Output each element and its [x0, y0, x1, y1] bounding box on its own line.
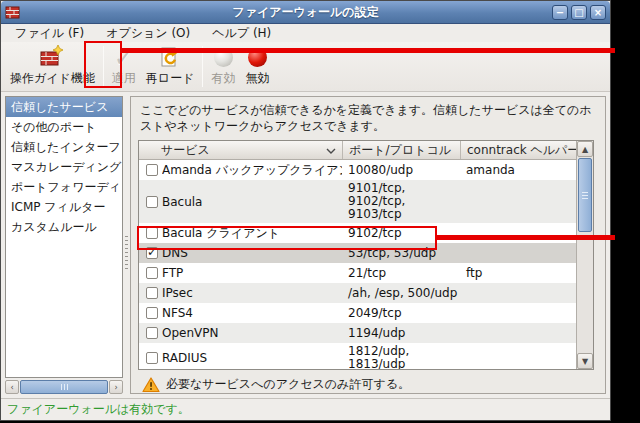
menu-item[interactable]: ファイル (F) — [9, 24, 90, 43]
window-title: ファイアーウォールの設定 — [1, 4, 610, 21]
sidebar-item[interactable]: 信頼したインターフェイ — [6, 137, 122, 157]
pane-resize-handle[interactable] — [123, 96, 130, 394]
conntrack-helper-cell: amanda — [460, 163, 576, 177]
table-row[interactable]: FTP 21/tcp ftp — [139, 263, 576, 283]
close-button[interactable]: × — [590, 5, 606, 20]
annotation-box-dns-row — [137, 226, 437, 250]
column-header-ports[interactable]: ポート/プロトコル — [342, 141, 460, 159]
scrollbar-thumb[interactable] — [20, 380, 108, 394]
sidebar-item[interactable]: ICMP フィルター — [6, 197, 122, 217]
screenshot-root: ファイアーウォールの設定 − □ × ファイル (F) オプション (O) ヘル… — [0, 0, 640, 423]
table-row[interactable]: NFS4 2049/tcp — [139, 303, 576, 323]
table-row[interactable]: Amanda バックアップクライアント 10080/udp amanda — [139, 160, 576, 180]
table-header: サービス ポート/プロトコル conntrack ヘルパー — [139, 141, 576, 160]
reload-button-label: 再ロード — [146, 70, 195, 87]
scroll-right-icon[interactable]: › — [109, 380, 123, 394]
minimize-button[interactable]: − — [552, 5, 568, 20]
service-name-cell: OpenVPN — [162, 326, 342, 340]
services-table: サービス ポート/プロトコル conntrack ヘルパー — [138, 140, 594, 370]
annotation-box-apply — [84, 41, 122, 88]
sidebar-item[interactable]: マスカレーディング — [6, 157, 122, 177]
scrollbar-track[interactable] — [578, 158, 592, 352]
service-name-cell: IPsec — [162, 286, 342, 300]
scroll-up-icon[interactable]: ▲ — [577, 141, 593, 157]
service-name-cell: RADIUS — [162, 351, 342, 365]
titlebar[interactable]: ファイアーウォールの設定 − □ × — [1, 1, 610, 24]
ports-cell: 1812/udp, 1813/udp — [342, 343, 460, 369]
panel-description: ここでどのサービスが信頼できるかを定義できます。信頼したサービスは全てのホストや… — [140, 102, 598, 134]
scroll-down-icon[interactable]: ▼ — [577, 353, 593, 369]
table-row[interactable]: IPsec /ah, /esp, 500/udp — [139, 283, 576, 303]
sidebar-list: 信頼したサービス その他のポート 信頼したインターフェイ マスカレーディング ポ… — [5, 96, 123, 378]
firewall-wizard-icon — [39, 44, 65, 70]
conntrack-helper-cell: ftp — [460, 266, 576, 280]
enable-button-label: 有効 — [211, 70, 235, 87]
sidebar-item[interactable]: その他のポート — [6, 117, 122, 137]
statusbar: ファイアーウォールは有効です。 — [1, 398, 610, 420]
wizard-button-label: 操作ガイド機能 — [10, 70, 95, 87]
table-row[interactable]: OpenVPN 1194/udp — [139, 323, 576, 343]
service-checkbox[interactable] — [146, 196, 158, 208]
warning-text: 必要なサービスへのアクセスのみ許可する。 — [166, 376, 410, 393]
sidebar-item[interactable]: カスタムルール — [6, 217, 122, 237]
ports-cell: /ah, /esp, 500/udp — [342, 285, 460, 302]
table-vertical-scrollbar[interactable]: ▲ ▼ — [576, 141, 593, 369]
service-checkbox[interactable] — [146, 287, 158, 299]
menu-item[interactable]: オプション (O) — [100, 24, 196, 43]
ports-cell: 21/tcp — [342, 265, 460, 282]
menu-item[interactable]: ヘルプ (H) — [206, 24, 277, 43]
scrollbar-thumb[interactable] — [578, 158, 592, 232]
sidebar-item[interactable]: ポートフォワーディング — [6, 177, 122, 197]
column-header-service[interactable]: サービス — [139, 141, 342, 159]
sidebar: 信頼したサービス その他のポート 信頼したインターフェイ マスカレーディング ポ… — [5, 96, 123, 394]
firewall-status-text: ファイアーウォールは有効です。 — [7, 401, 190, 418]
sidebar-item[interactable]: 信頼したサービス — [6, 97, 122, 117]
window-brick-icon — [5, 5, 21, 20]
ports-cell: 9101/tcp, 9102/tcp, 9103/tcp — [342, 180, 460, 223]
ports-cell: 2049/tcp — [342, 305, 460, 322]
service-checkbox[interactable] — [146, 164, 158, 176]
service-name-cell: FTP — [162, 266, 342, 280]
annotation-line-dns-row — [437, 235, 615, 240]
service-checkbox[interactable] — [146, 267, 158, 279]
warning-icon — [142, 377, 160, 393]
sidebar-horizontal-scrollbar[interactable]: ‹ › — [5, 380, 123, 394]
ports-cell: 10080/udp — [342, 162, 460, 179]
service-checkbox[interactable] — [146, 352, 158, 364]
service-name-cell: Amanda バックアップクライアント — [162, 162, 342, 179]
disable-button-label: 無効 — [245, 70, 269, 87]
service-checkbox[interactable] — [146, 327, 158, 339]
column-header-helper[interactable]: conntrack ヘルパー — [460, 141, 576, 159]
annotation-line-apply — [122, 48, 615, 53]
warning-row: 必要なサービスへのアクセスのみ許可する。 — [142, 376, 598, 393]
service-name-cell: NFS4 — [162, 306, 342, 320]
menubar: ファイル (F) オプション (O) ヘルプ (H) — [1, 24, 610, 42]
sort-chevron-icon — [326, 143, 336, 157]
table-row[interactable]: RADIUS 1812/udp, 1813/udp — [139, 343, 576, 369]
ports-cell: 1194/udp — [342, 325, 460, 342]
table-row[interactable]: Bacula 9101/tcp, 9102/tcp, 9103/tcp — [139, 180, 576, 223]
maximize-button[interactable]: □ — [571, 5, 587, 20]
service-name-cell: Bacula — [162, 195, 342, 209]
service-checkbox[interactable] — [146, 307, 158, 319]
scroll-left-icon[interactable]: ‹ — [5, 380, 19, 394]
table-body: Amanda バックアップクライアント 10080/udp amanda Bac… — [139, 160, 576, 369]
